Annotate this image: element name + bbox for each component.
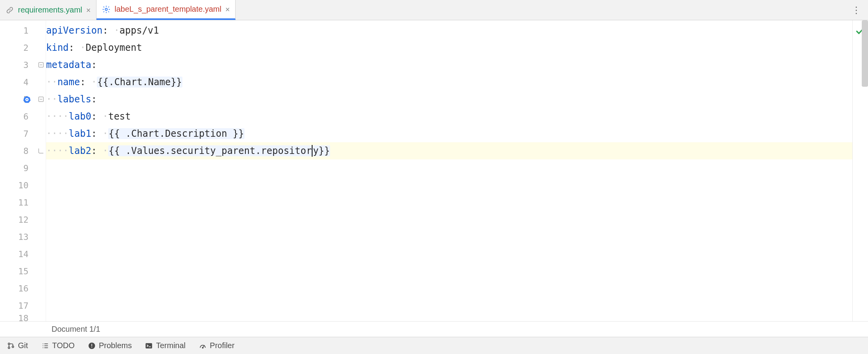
- code-token: :: [91, 128, 103, 139]
- fold-end-icon[interactable]: [36, 146, 46, 156]
- gutter-row: 1: [0, 22, 46, 39]
- code-line[interactable]: ····lab2: ·{{ .Values.security_parent.re…: [46, 142, 852, 159]
- code-line[interactable]: [46, 245, 852, 263]
- code-token: ··: [46, 94, 57, 105]
- code-token: apiVersion: [46, 25, 103, 36]
- terminal-tool-button[interactable]: Terminal: [145, 341, 186, 350]
- fold-start-icon[interactable]: [36, 95, 46, 104]
- gutter-row: 16: [0, 280, 46, 297]
- code-token: Deployment: [86, 42, 142, 53]
- code-line[interactable]: ····lab1: ·{{ .Chart.Description }}: [46, 125, 852, 142]
- problems-tool-button[interactable]: Problems: [88, 341, 132, 350]
- code-token: ····: [46, 128, 69, 139]
- todo-label: TODO: [52, 341, 75, 350]
- code-token: ····: [46, 145, 69, 156]
- line-number: 7: [23, 129, 29, 139]
- code-area[interactable]: apiVersion: ·apps/v1kind: ·Deploymentmet…: [46, 20, 852, 321]
- chain-icon: [5, 6, 14, 14]
- svg-rect-18: [91, 344, 92, 347]
- code-token: name: [57, 77, 80, 88]
- tab-bar-menu-button[interactable]: ⋮: [845, 0, 868, 20]
- code-token: ·: [114, 25, 119, 36]
- line-number: 2: [23, 43, 29, 53]
- line-number: 10: [18, 181, 29, 190]
- profiler-tool-button[interactable]: Profiler: [199, 341, 234, 350]
- code-line[interactable]: ··labels:: [46, 91, 852, 108]
- line-number: 4: [23, 77, 29, 87]
- scrollbar-thumb[interactable]: [862, 20, 868, 87]
- gutter-row: 7: [0, 125, 46, 142]
- code-token: lab1: [69, 128, 91, 139]
- close-icon[interactable]: ×: [225, 5, 230, 13]
- gutter-row: 15: [0, 263, 46, 280]
- editor: 123456789101112131415161718 apiVersion: …: [0, 20, 868, 321]
- code-token: :: [91, 111, 103, 122]
- terminal-label: Terminal: [156, 341, 186, 350]
- code-line[interactable]: [46, 177, 852, 194]
- close-icon[interactable]: ×: [86, 6, 91, 14]
- line-number: 16: [18, 284, 29, 293]
- code-token: ·: [103, 145, 108, 156]
- code-line[interactable]: kind: ·Deployment: [46, 39, 852, 56]
- line-number: 15: [18, 266, 29, 276]
- code-line[interactable]: [46, 280, 852, 297]
- code-token: kind: [46, 42, 69, 53]
- code-line[interactable]: metadata:: [46, 56, 852, 73]
- editor-gutter: 123456789101112131415161718: [0, 20, 46, 321]
- gutter-row: 5: [0, 91, 46, 108]
- code-token: :: [91, 94, 97, 105]
- code-line[interactable]: [46, 297, 852, 314]
- code-line[interactable]: [46, 194, 852, 211]
- fold-start-icon[interactable]: [36, 60, 46, 70]
- code-token: y}}: [313, 145, 330, 156]
- svg-rect-20: [146, 343, 152, 348]
- git-tool-button[interactable]: Git: [7, 341, 28, 350]
- code-line[interactable]: apiVersion: ·apps/v1: [46, 22, 852, 39]
- gutter-row: 6: [0, 108, 46, 125]
- code-token: {{.Chart.Name}}: [97, 77, 182, 88]
- code-token: lab0: [69, 111, 91, 122]
- line-number: 8: [23, 146, 29, 156]
- code-token: :: [91, 145, 103, 156]
- line-number: 18: [18, 314, 29, 321]
- git-label: Git: [18, 341, 28, 350]
- code-token: lab2: [69, 145, 91, 156]
- svg-point-10: [12, 346, 14, 347]
- todo-tool-button[interactable]: TODO: [41, 341, 75, 350]
- gutter-row: 17: [0, 297, 46, 314]
- line-number: 14: [18, 249, 29, 259]
- status-bar: Git TODO Problems Terminal Profiler: [0, 337, 868, 354]
- code-line[interactable]: [46, 228, 852, 245]
- gutter-row: 2: [0, 39, 46, 56]
- code-line[interactable]: [46, 159, 852, 177]
- code-token: ·: [103, 111, 108, 122]
- kubernetes-icon[interactable]: [23, 95, 31, 104]
- code-token: apps/v1: [120, 25, 159, 36]
- breadcrumb-text[interactable]: Document 1/1: [52, 325, 100, 334]
- gutter-row: 9: [0, 159, 46, 177]
- code-token: ·: [103, 128, 108, 139]
- line-number: 3: [23, 60, 29, 70]
- breadcrumbs-bar: Document 1/1: [0, 321, 868, 337]
- code-line[interactable]: ····lab0: ·test: [46, 108, 852, 125]
- tab-requirements-yaml[interactable]: requirements.yaml×: [0, 0, 96, 20]
- tab-filename: labeL_s_parent_template.yaml: [114, 5, 221, 14]
- code-token: :: [103, 25, 114, 36]
- tab-label-s-parent-template-yaml[interactable]: labeL_s_parent_template.yaml×: [96, 0, 236, 20]
- code-line[interactable]: [46, 263, 852, 280]
- gutter-row: 14: [0, 245, 46, 263]
- svg-point-23: [202, 347, 204, 348]
- gutter-row: 13: [0, 228, 46, 245]
- profiler-label: Profiler: [210, 341, 234, 350]
- gutter-row: 8: [0, 142, 46, 159]
- code-line[interactable]: ··name: ·{{.Chart.Name}}: [46, 73, 852, 91]
- code-token: :: [91, 59, 97, 70]
- svg-point-8: [8, 343, 10, 344]
- gutter-row: 10: [0, 177, 46, 194]
- code-token: metadata: [46, 59, 91, 70]
- svg-point-0: [105, 8, 107, 11]
- code-line[interactable]: [46, 211, 852, 228]
- line-number: 6: [23, 112, 29, 122]
- code-token: :: [69, 42, 80, 53]
- code-token: {{ .Chart.Description }}: [108, 128, 245, 139]
